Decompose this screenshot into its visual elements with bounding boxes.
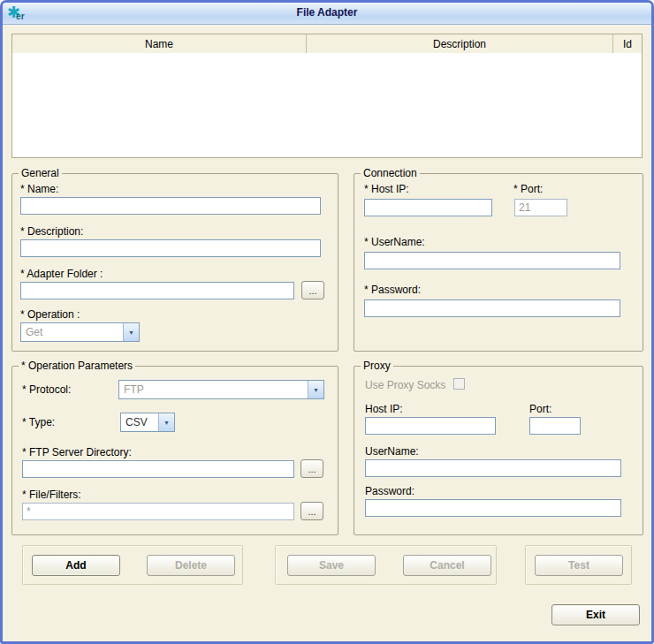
proxy-legend: Proxy <box>361 360 393 372</box>
use-proxy-socks-checkbox <box>453 378 465 390</box>
username-input[interactable] <box>364 252 620 269</box>
host-ip-label: * Host IP: <box>364 183 409 195</box>
save-button: Save <box>287 555 376 576</box>
operation-select: Get ▼ <box>20 322 140 342</box>
list-body[interactable] <box>12 53 642 157</box>
delete-button: Delete <box>147 555 235 576</box>
test-button: Test <box>535 555 623 576</box>
username-label: * UserName: <box>364 236 425 248</box>
column-header-description[interactable]: Description <box>307 34 613 53</box>
title-bar[interactable]: ✱ er File Adapter <box>3 3 651 25</box>
operation-value: Get <box>21 323 123 341</box>
password-label: * Password: <box>364 284 421 296</box>
proxy-password-label: Password: <box>365 485 414 497</box>
add-button[interactable]: Add <box>32 555 120 576</box>
password-input[interactable] <box>364 299 620 317</box>
list-header: Name Description Id <box>12 34 642 54</box>
chevron-down-icon: ▼ <box>158 413 174 431</box>
column-header-name[interactable]: Name <box>12 34 307 53</box>
chevron-down-icon: ▼ <box>123 323 139 341</box>
test-button-group: Test <box>525 545 632 585</box>
save-cancel-button-group: Save Cancel <box>275 545 497 585</box>
general-name-input[interactable] <box>20 197 321 215</box>
ftp-server-directory-browse-button[interactable]: ... <box>300 459 323 478</box>
proxy-port-label: Port: <box>529 403 551 415</box>
ftp-server-directory-label: * FTP Server Directory: <box>22 446 132 458</box>
file-filters-label: * File/Filters: <box>22 489 81 501</box>
chevron-down-icon: ▼ <box>308 381 323 398</box>
host-ip-input[interactable] <box>364 199 492 216</box>
connection-group: Connection * Host IP: * Port: * UserName… <box>354 173 643 352</box>
general-group: General * Name: * Description: * Adapter… <box>11 173 338 352</box>
use-proxy-socks-label: Use Proxy Socks <box>365 379 445 391</box>
proxy-host-ip-label: Host IP: <box>365 403 403 415</box>
cancel-button: Cancel <box>403 555 491 576</box>
file-adapter-window: ✱ er File Adapter Name Description Id Ge… <box>0 0 654 644</box>
type-value: CSV <box>121 413 158 431</box>
type-label: * Type: <box>22 416 55 428</box>
protocol-label: * Protocol: <box>22 383 71 396</box>
adapter-folder-label: * Adapter Folder : <box>20 268 103 280</box>
general-description-input[interactable] <box>20 239 321 257</box>
general-legend: General <box>19 167 62 179</box>
file-filters-input[interactable] <box>22 503 294 520</box>
proxy-password-input[interactable] <box>365 499 621 517</box>
description-label: * Description: <box>20 225 83 238</box>
type-select[interactable]: CSV ▼ <box>120 413 175 432</box>
file-filters-browse-button[interactable]: ... <box>300 502 323 520</box>
port-input <box>514 199 567 216</box>
protocol-select: FTP ▼ <box>118 380 324 399</box>
protocol-value: FTP <box>119 381 308 398</box>
port-label: * Port: <box>513 183 543 195</box>
operation-parameters-group: * Operation Parameters * Protocol: FTP ▼… <box>11 366 338 535</box>
ftp-server-directory-input[interactable] <box>22 460 294 478</box>
name-label: * Name: <box>20 183 58 195</box>
proxy-username-input[interactable] <box>365 459 621 477</box>
column-header-id[interactable]: Id <box>613 34 642 53</box>
connection-legend: Connection <box>361 167 420 179</box>
proxy-host-ip-input[interactable] <box>365 417 496 435</box>
exit-button[interactable]: Exit <box>551 604 640 625</box>
operation-parameters-legend: * Operation Parameters <box>19 360 135 372</box>
proxy-group: Proxy Use Proxy Socks Host IP: Port: Use… <box>354 366 643 535</box>
adapter-folder-browse-button[interactable]: ... <box>301 281 324 299</box>
proxy-port-input[interactable] <box>529 417 581 435</box>
adapter-list: Name Description Id <box>11 34 643 158</box>
window-title: File Adapter <box>3 6 651 19</box>
adapter-folder-input[interactable] <box>20 282 294 299</box>
add-delete-button-group: Add Delete <box>22 545 243 585</box>
operation-label: * Operation : <box>20 308 80 321</box>
proxy-username-label: UserName: <box>365 445 419 458</box>
